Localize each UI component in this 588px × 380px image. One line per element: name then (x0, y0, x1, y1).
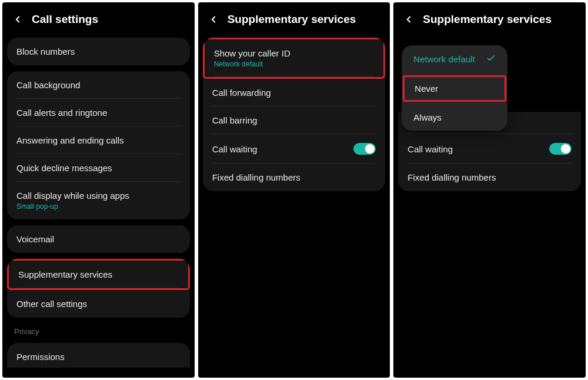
item-sublabel: Network default (214, 60, 375, 68)
item-label: Fixed dialling numbers (212, 172, 376, 182)
item-call-display[interactable]: Call display while using apps Small pop-… (7, 182, 190, 219)
phone-panel-3: Supplementary services Call barring Call… (393, 2, 586, 378)
item-voicemail[interactable]: Voicemail (7, 225, 190, 253)
header: Call settings (2, 2, 195, 33)
toggle-on[interactable] (549, 143, 572, 155)
item-permissions[interactable]: Permissions (7, 343, 190, 368)
item-label: Call barring (212, 115, 376, 125)
dropdown-option-never[interactable]: Never (405, 77, 505, 100)
item-label: Call alerts and ringtone (16, 108, 181, 118)
option-label: Always (413, 112, 442, 122)
settings-group: Call background Call alerts and ringtone… (7, 71, 190, 219)
item-call-barring[interactable]: Call barring (203, 106, 386, 134)
item-sublabel: Small pop-up (16, 202, 181, 211)
settings-group: Permissions (7, 343, 190, 368)
item-label: Quick decline messages (16, 163, 181, 173)
highlighted-option-never: Never (403, 75, 506, 102)
settings-group: Voicemail (7, 225, 190, 253)
item-quick-decline[interactable]: Quick decline messages (7, 154, 190, 182)
item-label: Show your caller ID (214, 48, 375, 58)
page-title: Supplementary services (228, 13, 356, 26)
back-icon[interactable] (12, 14, 24, 25)
item-label: Fixed dialling numbers (407, 172, 572, 182)
header: Supplementary services (393, 2, 586, 33)
item-answering[interactable]: Answering and ending calls (7, 126, 190, 154)
settings-group: Show your caller ID Network default Call… (203, 38, 386, 191)
item-label: Call forwarding (212, 88, 376, 98)
item-label: Supplementary services (18, 269, 179, 279)
phone-panel-1: Call settings Block numbers Call backgro… (2, 2, 195, 378)
item-call-forwarding[interactable]: Call forwarding (203, 79, 386, 106)
check-icon (486, 54, 496, 65)
item-fixed-dialling[interactable]: Fixed dialling numbers (203, 164, 386, 191)
item-supplementary-services[interactable]: Supplementary services (7, 259, 190, 290)
item-label: Call background (16, 80, 181, 90)
caller-id-dropdown: Network default Never Always (402, 45, 507, 131)
back-icon[interactable] (403, 14, 415, 25)
option-label: Network default (413, 54, 475, 64)
item-call-background[interactable]: Call background (7, 71, 190, 99)
item-other-call-settings[interactable]: Other call settings (7, 290, 190, 318)
back-icon[interactable] (208, 14, 219, 25)
item-label: Other call settings (16, 299, 181, 309)
item-call-alerts[interactable]: Call alerts and ringtone (7, 99, 190, 126)
item-show-caller-id[interactable]: Show your caller ID Network default (203, 38, 386, 79)
page-title: Supplementary services (423, 13, 552, 26)
section-label-privacy: Privacy (2, 324, 195, 338)
phone-panel-2: Supplementary services Show your caller … (198, 2, 390, 378)
dropdown-option-network-default[interactable]: Network default (402, 45, 507, 73)
page-title: Call settings (32, 13, 98, 26)
option-label: Never (415, 84, 438, 94)
item-label: Call waiting (212, 144, 258, 154)
item-label: Permissions (16, 352, 181, 362)
item-label: Answering and ending calls (16, 135, 181, 145)
item-label: Block numbers (16, 46, 181, 56)
toggle-on[interactable] (353, 143, 376, 155)
dropdown-option-always[interactable]: Always (402, 104, 507, 131)
item-call-waiting[interactable]: Call waiting (203, 134, 386, 164)
item-label: Call waiting (407, 144, 453, 154)
header: Supplementary services (198, 2, 390, 33)
item-label: Voicemail (16, 234, 181, 244)
settings-group: Supplementary services Other call settin… (7, 259, 190, 318)
item-label: Call display while using apps (16, 191, 181, 201)
item-fixed-dialling[interactable]: Fixed dialling numbers (398, 164, 581, 191)
settings-group: Block numbers (7, 38, 190, 65)
item-call-waiting[interactable]: Call waiting (398, 134, 581, 164)
item-block-numbers[interactable]: Block numbers (7, 38, 190, 65)
